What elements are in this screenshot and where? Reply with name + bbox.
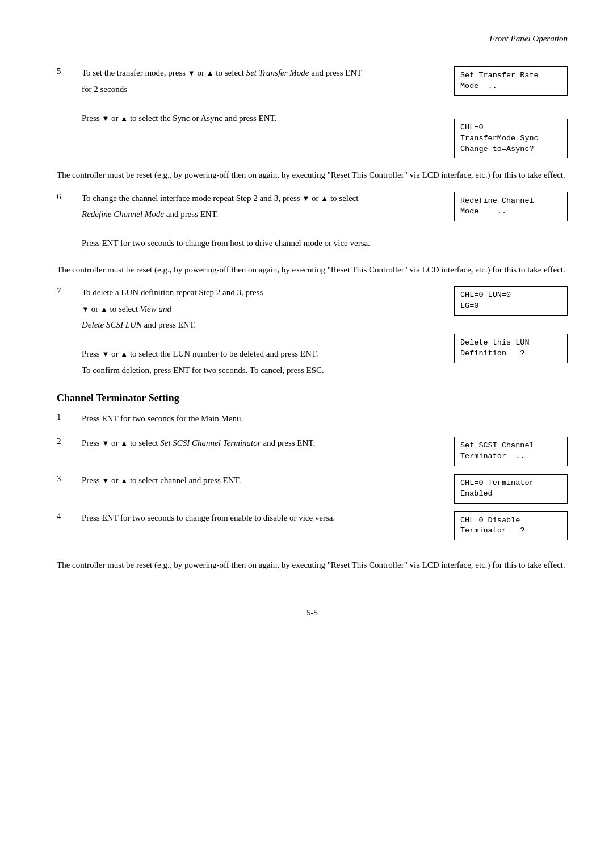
channel-step-1-text: Press ENT for two seconds for the Main M… <box>82 412 568 425</box>
lcd-box-7-2: Delete this LUN Definition ? <box>454 334 568 363</box>
down-arrow-icon-2 <box>102 114 109 123</box>
channel-step-1-content: Press ENT for two seconds for the Main M… <box>82 412 568 429</box>
step-6-row: 6 To change the channel interface mode r… <box>57 192 568 253</box>
up-arrow-icon <box>207 68 214 77</box>
note-3: The controller must be reset (e.g., by p… <box>57 559 568 572</box>
channel-step-4-number: 4 <box>57 511 73 521</box>
lcd-box-5-2: CHL=0 TransferMode=Sync Change to=Async? <box>454 119 568 159</box>
channel-step-3-row: 3 Press or to select channel and press E… <box>57 474 568 504</box>
up-arrow-icon-2 <box>120 114 128 123</box>
channel-step-2-boxes: Set SCSI Channel Terminator .. <box>454 437 568 466</box>
down-arrow-icon-4 <box>82 304 89 313</box>
up-arrow-icon-5 <box>120 349 128 358</box>
step-7-boxes: CHL=0 LUN=0 LG=0 Delete this LUN Definit… <box>454 286 568 363</box>
channel-step-3-content: Press or to select channel and press ENT… <box>82 474 437 490</box>
up-arrow-icon-4 <box>100 304 108 313</box>
channel-section-heading: Channel Terminator Setting <box>57 392 568 404</box>
channel-step-1-number: 1 <box>57 412 73 422</box>
content-area: 5 To set the transfer mode, press or to … <box>57 66 568 580</box>
down-arrow-icon-5 <box>102 349 109 358</box>
channel-step-2-content: Press or to select Set SCSI Channel Term… <box>82 437 437 453</box>
lcd-box-5-1: Set Transfer Rate Mode .. <box>454 66 568 96</box>
step-7-row: 7 To delete a LUN definition repeat Step… <box>57 286 568 380</box>
lcd-box-ch3-1: CHL=0 Terminator Enabled <box>454 474 568 504</box>
channel-step-4-row: 4 Press ENT for two seconds to change fr… <box>57 511 568 541</box>
step-7-text-italic2: Delete SCSI LUN and press ENT. <box>82 318 437 332</box>
note-1: The controller must be reset (e.g., by p… <box>57 169 568 182</box>
up-arrow-icon-6 <box>120 438 128 447</box>
channel-step-2-text: Press or to select Set SCSI Channel Term… <box>82 437 437 450</box>
channel-step-3-number: 3 <box>57 474 73 484</box>
step-7-number: 7 <box>57 286 73 296</box>
step-7-content: To delete a LUN definition repeat Step 2… <box>82 286 437 380</box>
down-arrow-icon-7 <box>102 476 109 485</box>
channel-step-3-boxes: CHL=0 Terminator Enabled <box>454 474 568 504</box>
step-7-text-line3: Press or to select the LUN number to be … <box>82 347 437 360</box>
step-6-boxes: Redefine Channel Mode .. <box>454 192 568 221</box>
page-number: 5-5 <box>306 608 318 617</box>
step-7-text-line4: To confirm deletion, press ENT for two s… <box>82 364 437 377</box>
step-5-number: 5 <box>57 66 73 76</box>
step-5-row: 5 To set the transfer mode, press or to … <box>57 66 568 158</box>
down-arrow-icon-3 <box>302 194 309 203</box>
channel-step-1-row: 1 Press ENT for two seconds for the Main… <box>57 412 568 429</box>
channel-step-3-text: Press or to select channel and press ENT… <box>82 474 437 487</box>
page-header: Front Panel Operation <box>57 34 568 44</box>
channel-step-2-number: 2 <box>57 437 73 446</box>
step-5-content: To set the transfer mode, press or to se… <box>82 66 437 128</box>
header-title: Front Panel Operation <box>489 34 568 43</box>
note-2: The controller must be reset (e.g., by p… <box>57 263 568 276</box>
channel-step-4-content: Press ENT for two seconds to change from… <box>82 511 437 528</box>
step-7-text-line2: or to select View and <box>82 303 437 316</box>
lcd-box-ch4-1: CHL=0 Disable Terminator ? <box>454 511 568 541</box>
step-6-content: To change the channel interface mode rep… <box>82 192 437 253</box>
down-arrow-icon-6 <box>102 438 109 447</box>
up-arrow-icon-3 <box>321 194 328 203</box>
step-7-text-line1: To delete a LUN definition repeat Step 2… <box>82 286 437 299</box>
lcd-box-ch2-1: Set SCSI Channel Terminator .. <box>454 437 568 466</box>
channel-step-4-boxes: CHL=0 Disable Terminator ? <box>454 511 568 541</box>
page-footer: 5-5 <box>57 608 568 618</box>
channel-step-4-text: Press ENT for two seconds to change from… <box>82 511 437 525</box>
step-5-text-line2: for 2 seconds <box>82 83 437 96</box>
step-6-number: 6 <box>57 192 73 202</box>
step-6-text-line2: Press ENT for two seconds to change from… <box>82 237 437 250</box>
step-5-text-line1: To set the transfer mode, press or to se… <box>82 66 437 79</box>
step-6-text-line1: To change the channel interface mode rep… <box>82 192 437 205</box>
step-5-text-line3: Press or to select the Sync or Async and… <box>82 112 437 125</box>
down-arrow-icon <box>188 68 195 77</box>
lcd-box-6-1: Redefine Channel Mode .. <box>454 192 568 221</box>
step-6-text-italic: Redefine Channel Mode and press ENT. <box>82 208 437 221</box>
channel-step-2-row: 2 Press or to select Set SCSI Channel Te… <box>57 437 568 466</box>
step-5-boxes: Set Transfer Rate Mode .. CHL=0 Transfer… <box>454 66 568 158</box>
up-arrow-icon-7 <box>120 476 128 485</box>
lcd-box-7-1: CHL=0 LUN=0 LG=0 <box>454 286 568 316</box>
